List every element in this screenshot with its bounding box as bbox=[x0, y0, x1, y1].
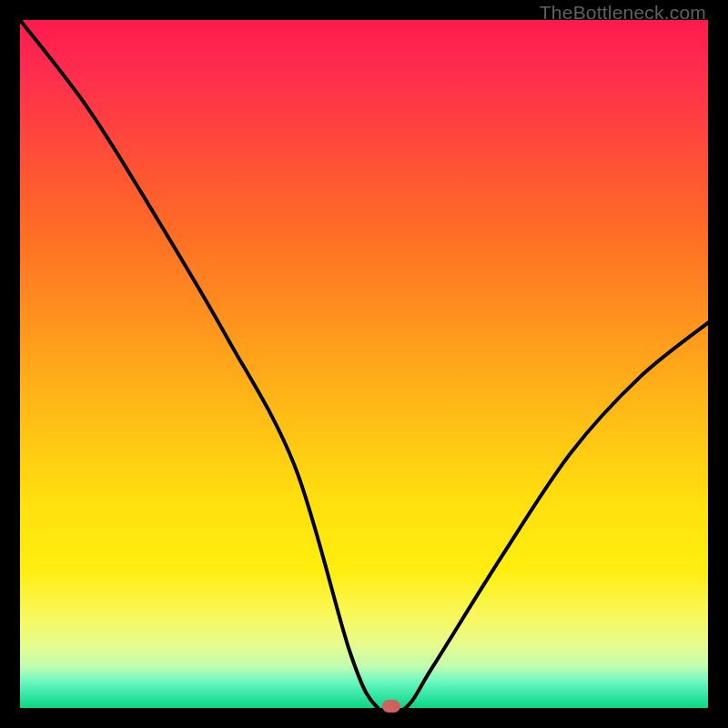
optimal-point-marker bbox=[382, 700, 400, 713]
chart-plot-area bbox=[20, 20, 708, 708]
bottleneck-curve bbox=[20, 20, 708, 708]
attribution-label: TheBottleneck.com bbox=[540, 2, 706, 24]
